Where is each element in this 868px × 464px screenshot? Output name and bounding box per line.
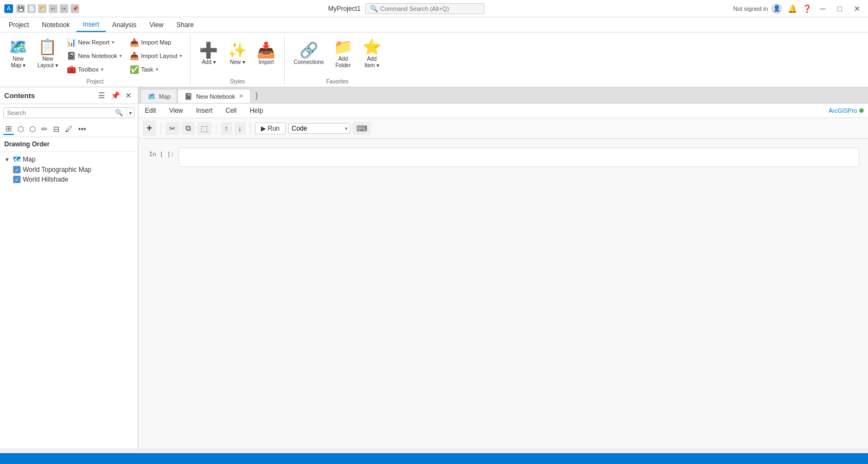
new-report-icon: 📊	[67, 38, 76, 47]
menu-project[interactable]: Project	[2, 17, 35, 32]
contents-menu-btn[interactable]: ☰	[97, 91, 107, 100]
toolbar-separator-1	[161, 123, 161, 134]
menu-analysis[interactable]: Analysis	[106, 17, 143, 32]
world-topo-checkbox[interactable]: ✓	[13, 166, 21, 173]
pin-btn[interactable]: 📌	[71, 4, 79, 13]
minimize-button[interactable]: ─	[817, 4, 829, 13]
add-item-button[interactable]: ⭐ AddItem ▾	[358, 35, 386, 74]
nb-menu-view[interactable]: View	[167, 106, 186, 115]
open-btn[interactable]: 📂	[38, 4, 47, 13]
add-cell-button[interactable]: +	[143, 120, 156, 136]
connections-button[interactable]: 🔗 Connections	[289, 35, 328, 74]
save-btn[interactable]: 💾	[16, 4, 25, 13]
help-icon[interactable]: ❓	[802, 4, 812, 13]
ribbon-group-styles: ➕ Add ▾ ✨ New ▾ 📥 Import Styles	[190, 35, 285, 85]
cell-input-1[interactable]	[178, 147, 859, 167]
copy-button[interactable]: ⧉	[182, 121, 195, 135]
nb-menu-insert[interactable]: Insert	[194, 106, 214, 115]
collapse-right-btn[interactable]: ⟩	[251, 88, 263, 103]
menu-share[interactable]: Share	[170, 17, 200, 32]
draw-btn[interactable]: 🖊	[63, 124, 75, 134]
contents-search-icon[interactable]: 🔍	[112, 108, 126, 118]
contents-search[interactable]: 🔍 ▾	[3, 107, 135, 118]
grid-btn[interactable]: ⊟	[51, 124, 62, 134]
undo-btn[interactable]: ↩	[49, 4, 58, 13]
toolbar-separator-2	[216, 123, 216, 134]
import-style-label: Import	[259, 59, 274, 66]
move-down-button[interactable]: ↓	[234, 122, 246, 135]
not-signed-in[interactable]: Not signed in 👤	[733, 3, 782, 14]
contents-close-btn[interactable]: ✕	[124, 91, 133, 100]
menu-insert[interactable]: Insert	[76, 17, 106, 32]
add-style-button[interactable]: ➕ Add ▾	[195, 35, 222, 74]
new-report-button[interactable]: 📊 New Report ▾	[63, 36, 125, 49]
list-view-btn[interactable]: ⊞	[3, 123, 14, 135]
menu-notebook[interactable]: Notebook	[35, 17, 76, 32]
cell-type-select[interactable]: Code Markdown Raw NBConvert Heading	[288, 123, 350, 134]
tree-item-world-hillshade[interactable]: ✓ World Hillshade	[0, 175, 138, 184]
maximize-button[interactable]: □	[834, 4, 845, 13]
world-hillshade-checkbox[interactable]: ✓	[13, 176, 21, 183]
move-up-button[interactable]: ↑	[221, 122, 232, 135]
notebook-tab-icon: 📓	[184, 93, 193, 100]
new-style-button[interactable]: ✨ New ▾	[224, 35, 251, 74]
cell-in-label-1: In [ ]:	[147, 147, 174, 158]
tab-new-notebook[interactable]: 📓 New Notebook ✕	[177, 89, 250, 103]
cut-button[interactable]: ✂	[165, 122, 180, 135]
new-map-button[interactable]: 🗺️ NewMap ▾	[4, 35, 32, 74]
task-label: Task	[141, 66, 154, 73]
add-item-icon: ⭐	[362, 40, 381, 55]
import-map-button[interactable]: 📥 Import Map	[126, 36, 186, 49]
nb-menu-cell[interactable]: Cell	[224, 106, 239, 115]
contents-pin-btn[interactable]: 📌	[109, 91, 122, 100]
edit-btn[interactable]: ✏	[39, 124, 50, 134]
toolbox-button[interactable]: 🧰 Toolbox ▾	[63, 63, 125, 76]
nb-menu-help[interactable]: Help	[247, 106, 265, 115]
not-signed-in-label: Not signed in	[733, 5, 768, 12]
import-map-label: Import Map	[141, 39, 171, 46]
menu-view[interactable]: View	[143, 17, 170, 32]
command-search-input[interactable]	[380, 5, 473, 12]
more-btn[interactable]: •••	[76, 124, 88, 134]
run-button[interactable]: ▶ Run	[255, 123, 286, 134]
project-name: MyProject1	[328, 5, 361, 12]
paste-button[interactable]: ⬚	[197, 122, 212, 135]
notebook-tab-close[interactable]: ✕	[239, 93, 244, 100]
arcgis-status: ArcGISPro	[828, 107, 864, 114]
contents-search-input[interactable]	[4, 108, 112, 118]
notification-icon[interactable]: 🔔	[788, 4, 797, 13]
close-button[interactable]: ✕	[851, 4, 864, 13]
cylinder-view-btn[interactable]: ⬡	[15, 124, 26, 134]
contents-header: Contents ☰ 📌 ✕	[0, 87, 138, 104]
new-style-label: New ▾	[230, 59, 245, 66]
tab-map[interactable]: 🗺️ Map	[141, 89, 177, 103]
new-layout-icon: 📋	[38, 40, 57, 55]
tree-item-world-topo[interactable]: ✓ World Topographic Map	[0, 165, 138, 175]
ribbon: 🗺️ NewMap ▾ 📋 NewLayout ▾ 📊 New Report ▾…	[0, 33, 868, 87]
tree-map-root[interactable]: ▼ 🗺 Map	[0, 154, 138, 165]
task-button[interactable]: ✅ Task ▾	[126, 63, 186, 76]
import-style-button[interactable]: 📥 Import	[252, 35, 280, 74]
add-folder-icon: 📁	[334, 40, 353, 55]
import-style-icon: 📥	[257, 43, 276, 58]
command-search[interactable]: 🔍	[365, 3, 484, 14]
new-layout-button[interactable]: 📋 NewLayout ▾	[33, 35, 62, 74]
tree-view: ▼ 🗺 Map ✓ World Topographic Map ✓ World …	[0, 152, 138, 448]
project-group-label: Project	[4, 78, 186, 85]
ribbon-group-project: 🗺️ NewMap ▾ 📋 NewLayout ▾ 📊 New Report ▾…	[0, 35, 190, 85]
new-btn[interactable]: 📄	[27, 4, 36, 13]
connections-label: Connections	[293, 59, 324, 66]
contents-toolbar: ⊞ ⬡ ⬡ ✏ ⊟ 🖊 •••	[0, 121, 138, 137]
contents-search-dropdown[interactable]: ▾	[126, 109, 134, 117]
toolbar-separator-3	[250, 123, 251, 134]
import-layout-button[interactable]: 📥 Import Layout ▾	[126, 49, 186, 62]
nb-menu-edit[interactable]: Edit	[143, 106, 158, 115]
new-notebook-button[interactable]: 📓 New Notebook ▾	[63, 49, 125, 62]
keyboard-button[interactable]: ⌨	[353, 122, 371, 135]
redo-btn[interactable]: ↪	[60, 4, 68, 13]
contents-panel: Contents ☰ 📌 ✕ 🔍 ▾ ⊞ ⬡ ⬡ ✏ ⊟ 🖊 ••• Drawi…	[0, 87, 138, 448]
title-bar-right: Not signed in 👤 🔔 ❓ ─ □ ✕	[733, 3, 864, 14]
filter-btn[interactable]: ⬡	[27, 124, 38, 134]
add-folder-button[interactable]: 📁 AddFolder	[329, 35, 357, 74]
ribbon-group-project-items: 🗺️ NewMap ▾ 📋 NewLayout ▾ 📊 New Report ▾…	[4, 35, 186, 78]
